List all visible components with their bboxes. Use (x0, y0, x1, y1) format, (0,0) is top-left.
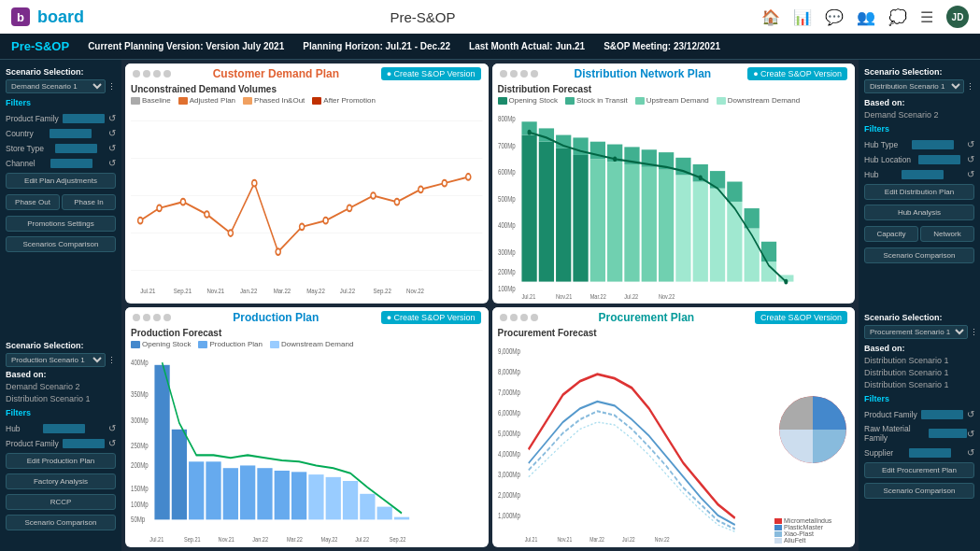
svg-text:Sep.21: Sep.21 (174, 287, 192, 295)
filter-bar-hub-prod[interactable] (43, 424, 85, 433)
refresh-icon[interactable]: ↺ (967, 447, 974, 458)
prod-scenario-comparison-button[interactable]: Scenario Comparison (6, 515, 116, 530)
svg-rect-66 (760, 242, 775, 261)
phase-in-button[interactable]: Phase In (62, 194, 116, 210)
svg-text:Nov.21: Nov.21 (219, 535, 235, 543)
scenario-dropdown[interactable]: Demand Scenario 1 (6, 79, 106, 93)
dot4 (531, 70, 538, 78)
filter-bar-country[interactable] (50, 129, 92, 138)
prod-scenario-dropdown[interactable]: Production Scenario 1 (6, 353, 106, 367)
filter-bar-raw-material[interactable] (929, 429, 967, 438)
menu-icon[interactable]: ☰ (920, 8, 933, 26)
pie-color-4 (774, 538, 782, 544)
filter-bar-supplier[interactable] (909, 448, 951, 458)
capacity-button[interactable]: Capacity (864, 226, 918, 242)
proc-scenario-dropdown[interactable]: Procurement Scenario 1 (864, 325, 968, 339)
refresh-icon[interactable]: ↺ (108, 423, 116, 433)
prod-scenario-select[interactable]: Production Scenario 1 ⋮ (6, 353, 116, 367)
dot1 (500, 314, 507, 321)
svg-point-5 (138, 218, 143, 224)
proc-scenario-label: Scenario Selection: (864, 313, 974, 322)
distribution-svg: 800Mp 700Mp 600Mp 500Mp 400Mp 300Mp 200M… (498, 108, 850, 302)
svg-rect-91 (257, 468, 272, 519)
proc-scenario-select[interactable]: Procurement Scenario 1 ⋮ (864, 325, 974, 339)
filter-bar-product-family[interactable] (63, 114, 105, 123)
refresh-icon[interactable]: ↺ (108, 438, 116, 448)
svg-point-71 (784, 279, 788, 285)
svg-point-68 (527, 130, 531, 135)
refresh-icon[interactable]: ↺ (108, 158, 116, 168)
svg-text:Mar.22: Mar.22 (287, 535, 303, 543)
filter-bar-hub-location[interactable] (918, 155, 960, 164)
svg-point-13 (323, 218, 328, 224)
home-icon[interactable]: 🏠 (761, 8, 780, 26)
pie-legend-item-4: AliuFelt (774, 537, 851, 544)
scenario-select[interactable]: Demand Scenario 1 ⋮ (6, 79, 116, 93)
refresh-icon[interactable]: ↺ (108, 143, 116, 153)
dist-scenario-menu[interactable]: ⋮ (966, 82, 974, 92)
refresh-icon[interactable]: ↺ (967, 154, 974, 164)
refresh-icon[interactable]: ↺ (108, 113, 116, 123)
filter-bar-hub-type[interactable] (912, 140, 954, 149)
proc-scenario-menu[interactable]: ⋮ (970, 328, 978, 337)
prod-menu-icon[interactable]: ⋮ (107, 356, 116, 365)
refresh-icon[interactable]: ↺ (967, 169, 974, 179)
edit-distribution-plan-button[interactable]: Edit Distribution Plan (864, 184, 974, 200)
phase-out-button[interactable]: Phase Out (6, 194, 60, 210)
dist-filters-label: Filters (864, 124, 974, 134)
users-icon[interactable]: 👥 (857, 8, 875, 26)
filter-bar-hub[interactable] (902, 170, 944, 179)
legend-upstream: Upstream Demand (635, 96, 709, 105)
refresh-icon[interactable]: ↺ (967, 429, 974, 439)
dist-scenario-comparison-button[interactable]: Scenario Comparison (864, 247, 974, 263)
hub-analysis-button[interactable]: Hub Analysis (864, 205, 974, 220)
create-sop-version-button-proc[interactable]: Create S&OP Version (755, 311, 847, 324)
nav-title: Pre-S&OP (92, 9, 754, 25)
svg-rect-92 (275, 471, 290, 519)
svg-text:250Mp: 250Mp (131, 442, 149, 451)
svg-text:1,000Mp: 1,000Mp (498, 511, 520, 520)
svg-rect-51 (641, 167, 656, 282)
create-sop-version-button-prod[interactable]: ● Create S&OP Version (381, 311, 481, 324)
dist-scenario-select[interactable]: Distribution Scenario 1 ⋮ (864, 79, 974, 93)
filter-bar-prod-family[interactable] (63, 439, 105, 448)
filter-bar-store-type[interactable] (55, 144, 97, 153)
message-icon[interactable]: 💬 (825, 8, 844, 26)
filter-bar-channel[interactable] (50, 159, 92, 168)
svg-text:Jan.22: Jan.22 (252, 535, 268, 543)
logo-icon: b (11, 7, 30, 26)
svg-text:400Mp: 400Mp (131, 358, 149, 367)
production-svg: 400Mp 350Mp 300Mp 250Mp 200Mp 150Mp 100M… (131, 352, 483, 545)
refresh-icon[interactable]: ↺ (967, 409, 974, 419)
dist-scenario-dropdown[interactable]: Distribution Scenario 1 (864, 79, 964, 93)
promotions-settings-button[interactable]: Promotions Settings (6, 216, 116, 232)
user-avatar[interactable]: JD (946, 6, 969, 28)
customer-demand-chart: Jul.21 Sep.21 Nov.21 Jan.22 Mar.22 May.2… (125, 106, 489, 304)
create-sop-version-button-dist[interactable]: ● Create S&OP Version (747, 67, 847, 80)
scenario-menu-icon[interactable]: ⋮ (107, 82, 116, 92)
dashboard-icon[interactable]: 📊 (793, 8, 812, 26)
edit-procurement-plan-button[interactable]: Edit Procurement Plan (864, 462, 974, 478)
planning-version: Current Planning Version: Version July 2… (88, 41, 284, 51)
svg-text:May.22: May.22 (321, 535, 338, 544)
refresh-icon[interactable]: ↺ (108, 128, 116, 138)
scenarios-comparison-button[interactable]: Scenarios Comparison (6, 236, 116, 252)
proc-based-on-3: Distribution Scenario 1 (864, 380, 974, 389)
legend-production-plan: Production Plan (198, 340, 262, 348)
dot4 (163, 314, 171, 321)
refresh-icon[interactable]: ↺ (967, 139, 974, 149)
filter-hub-location: Hub Location ↺ (864, 154, 974, 164)
chat-icon[interactable]: 💭 (888, 8, 907, 26)
network-button[interactable]: Network (920, 226, 974, 242)
rccp-button[interactable]: RCCP (6, 494, 116, 510)
production-forecast-subtitle: Production Forecast (125, 328, 489, 338)
edit-plan-adjustments-button[interactable]: Edit Plan Adjustments (6, 173, 116, 189)
svg-rect-90 (240, 465, 255, 519)
factory-analysis-button[interactable]: Factory Analysis (6, 473, 116, 489)
proc-scenario-comparison-button[interactable]: Scenario Comparison (864, 483, 974, 499)
filter-bar-product-family-proc[interactable] (921, 410, 963, 419)
svg-rect-47 (607, 162, 622, 281)
svg-text:9,000Mp: 9,000Mp (498, 346, 520, 356)
create-sop-version-button-customer[interactable]: ● Create S&OP Version (381, 67, 481, 80)
edit-production-plan-button[interactable]: Edit Production Plan (6, 453, 116, 469)
